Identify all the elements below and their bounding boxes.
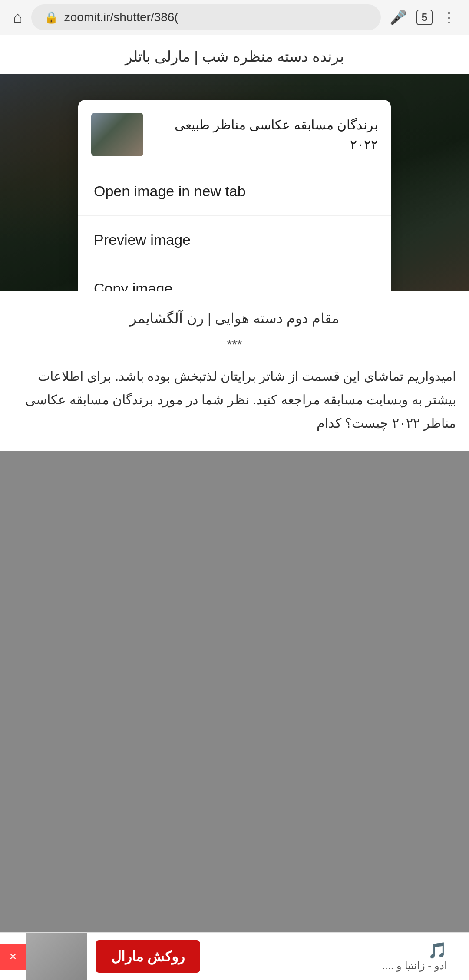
menu-item-preview-image[interactable]: Preview image [78,216,391,264]
ad-bar: × روکش مارال 🎵 ادو - زانتیا و .... [0,932,469,980]
lock-icon: 🔒 [44,11,58,24]
address-bar[interactable]: 🔒 zoomit.ir/shutter/386( [31,4,381,30]
ad-image [26,933,87,980]
url-text: zoomit.ir/shutter/386( [64,10,368,24]
home-button[interactable]: ⌂ [13,8,23,26]
status-bar-right: 🎤 5 ⋮ [390,9,456,26]
ad-music-text: ادو - زانتیا و .... [382,960,447,972]
menu-item-copy-image[interactable]: Copy image [78,264,391,291]
context-menu-title: برندگان مسابقه عکاسی مناظر طبیعی ۲۰۲۲ [154,115,378,154]
music-icon: 🎵 [428,941,447,960]
home-icon: ⌂ [13,8,23,26]
context-menu-header: برندگان مسابقه عکاسی مناظر طبیعی ۲۰۲۲ [78,100,391,167]
page-content: برنده دسته منظره شب | مارلی باتلر برندگا… [0,35,469,451]
status-bar: ⌂ 🔒 zoomit.ir/shutter/386( 🎤 5 ⋮ [0,0,469,35]
context-menu: برندگان مسابقه عکاسی مناظر طبیعی ۲۰۲۲ Op… [78,100,391,291]
separator: *** [13,331,456,358]
tabs-badge[interactable]: 5 [416,10,433,25]
below-image-content: مقام دوم دسته هوایی | رن آلگشایمر *** ام… [0,291,469,451]
ad-action-button[interactable]: روکش مارال [96,940,200,973]
menu-item-open-new-tab[interactable]: Open image in new tab [78,167,391,216]
mic-icon[interactable]: 🎤 [390,9,407,26]
section-subtitle: مقام دوم دسته هوایی | رن آلگشایمر [13,300,456,331]
page-title: برنده دسته منظره شب | مارلی باتلر [0,35,469,74]
image-area: برندگان مسابقه عکاسی مناظر طبیعی ۲۰۲۲ Op… [0,74,469,291]
context-menu-thumbnail [91,113,143,156]
article-text: امیدواریم تماشای این قسمت از شاتر برایتا… [13,358,456,442]
more-icon[interactable]: ⋮ [442,9,456,26]
ad-close-button[interactable]: × [0,944,26,970]
